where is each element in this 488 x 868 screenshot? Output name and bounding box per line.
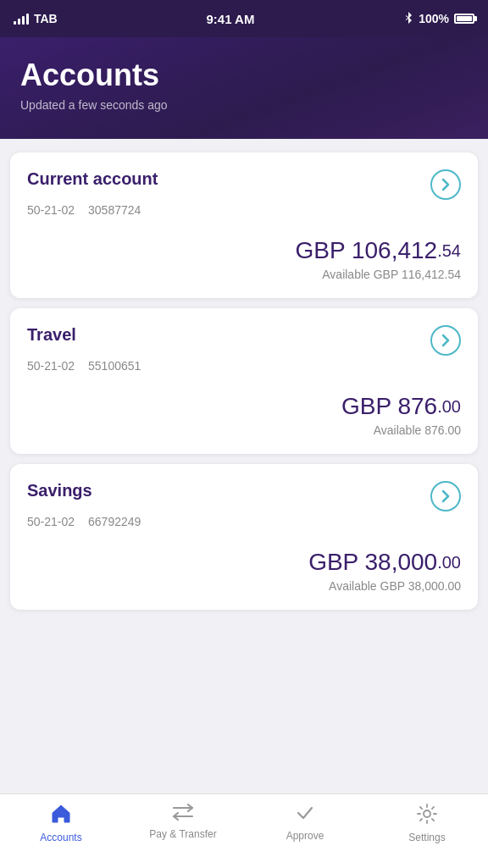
- balance-current: GBP 106,412.54 Available GBP 116,412.54: [27, 237, 461, 281]
- home-icon: [50, 803, 72, 828]
- accounts-header: Accounts Updated a few seconds ago: [0, 37, 488, 139]
- balance-savings: GBP 38,000.00 Available GBP 38,000.00: [27, 549, 461, 593]
- balance-main-travel: GBP 876.00: [27, 393, 461, 420]
- bottom-nav: Accounts Pay & Transfer Approve: [0, 793, 488, 868]
- nav-item-settings[interactable]: Settings: [366, 803, 488, 843]
- account-title-travel: Travel: [27, 325, 76, 345]
- nav-item-pay-transfer[interactable]: Pay & Transfer: [122, 803, 244, 840]
- nav-item-accounts[interactable]: Accounts: [0, 803, 122, 843]
- status-left: TAB: [14, 12, 58, 25]
- nav-item-approve[interactable]: Approve: [244, 803, 366, 842]
- transfer-icon: [170, 803, 196, 825]
- nav-label-accounts: Accounts: [40, 832, 81, 843]
- account-card-travel[interactable]: Travel 50-21-02 55100651 GBP 876.00 Avai…: [10, 308, 478, 454]
- approve-icon: [295, 803, 315, 827]
- page-title: Accounts: [20, 58, 468, 93]
- nav-label-approve: Approve: [286, 830, 324, 842]
- account-card-savings[interactable]: Savings 50-21-02 66792249 GBP 38,000.00 …: [10, 464, 478, 610]
- accounts-list: Current account 50-21-02 30587724 GBP 10…: [0, 139, 488, 623]
- chevron-button-travel[interactable]: [430, 325, 461, 356]
- balance-available-current: Available GBP 116,412.54: [27, 268, 461, 281]
- status-bar: TAB 9:41 AM 100%: [0, 0, 488, 37]
- account-card-current[interactable]: Current account 50-21-02 30587724 GBP 10…: [10, 152, 478, 298]
- chevron-button-current[interactable]: [430, 169, 461, 200]
- chevron-button-savings[interactable]: [430, 481, 461, 511]
- balance-travel: GBP 876.00 Available 876.00: [27, 393, 461, 437]
- balance-available-savings: Available GBP 38,000.00: [27, 579, 461, 593]
- last-updated: Updated a few seconds ago: [20, 98, 468, 112]
- balance-available-travel: Available 876.00: [27, 423, 461, 437]
- nav-label-pay-transfer: Pay & Transfer: [149, 828, 216, 840]
- account-title-savings: Savings: [27, 481, 92, 500]
- balance-main-current: GBP 106,412.54: [27, 237, 461, 264]
- signal-icon: [14, 13, 29, 25]
- account-number-travel: 50-21-02 55100651: [27, 359, 461, 373]
- account-title-current: Current account: [27, 169, 158, 189]
- bluetooth-icon: [403, 12, 413, 25]
- battery-icon: [454, 14, 474, 24]
- status-right: 100%: [403, 12, 474, 25]
- account-number-current: 50-21-02 30587724: [27, 203, 461, 217]
- time-label: 9:41 AM: [206, 12, 254, 26]
- nav-label-settings: Settings: [408, 832, 445, 843]
- balance-main-savings: GBP 38,000.00: [27, 549, 461, 576]
- carrier-label: TAB: [34, 12, 58, 25]
- scroll-area: Accounts Updated a few seconds ago Curre…: [0, 37, 488, 793]
- battery-percent: 100%: [419, 12, 449, 25]
- svg-point-0: [424, 810, 430, 817]
- account-number-savings: 50-21-02 66792249: [27, 515, 461, 528]
- settings-icon: [416, 803, 438, 828]
